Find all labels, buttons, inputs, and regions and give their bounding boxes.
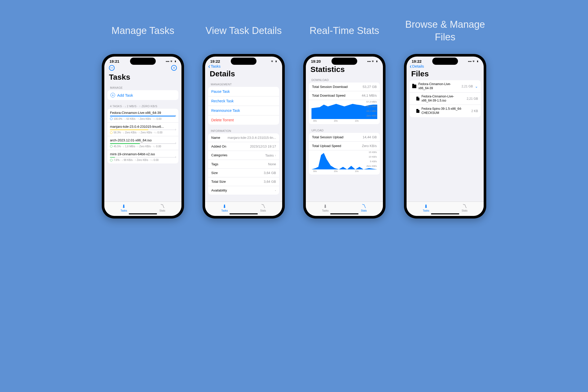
download-tray-icon: ⬇ <box>222 204 227 209</box>
stat-total-session-download: Total Session Download53,27 GB <box>309 83 380 91</box>
file-row[interactable]: Fedora-Cinnamon-Live-x86_64-39-1.5.iso 2… <box>410 93 481 105</box>
chevron-right-icon: › <box>175 155 176 159</box>
management-actions: Pause Task Recheck Task Reannounce Task … <box>208 87 279 125</box>
home-indicator[interactable] <box>330 213 359 214</box>
status-icons: ••• ᯤ ▮ <box>468 59 479 63</box>
task-list: Fedora-Cinnamon-Live-x86_64-39 100.0% · … <box>107 109 178 163</box>
info-row-tags: TagsNone <box>208 160 279 169</box>
upload-chart: 15 KB/s 10 KB/s 5 KB/s Zero KB/s 30s20s1… <box>309 150 380 175</box>
chevron-right-icon: › <box>175 127 176 131</box>
tab-stats[interactable]: 〽Stats <box>159 204 165 212</box>
tab-stats[interactable]: 〽Stats <box>462 204 467 212</box>
download-stats-card: Total Session Download53,27 GB Total Dow… <box>309 83 380 124</box>
information-list: Namemanjaro-kde-23.0.4-231015-lin... Add… <box>208 133 279 195</box>
recheck-task-button[interactable]: Recheck Task <box>208 96 279 106</box>
screen-files: 19:22 ••• ᯤ ▮ Details Files Fedora-Cinna… <box>407 57 484 216</box>
download-tray-icon: ⬇ <box>121 204 127 209</box>
showcase-col-4: Browse & Manage Files 19:22 ••• ᯤ ▮ Deta… <box>400 15 490 218</box>
tab-tasks[interactable]: ⬇Tasks <box>121 204 127 212</box>
phone-frame-3: 19:20 ••• ᯤ ▮ Statistics DOWNLOAD Total … <box>303 54 385 218</box>
folder-icon <box>412 85 416 88</box>
task-row[interactable]: mint-19-cinnamon-64bit-v2.iso 7.6% · ↓ 9… <box>107 150 178 164</box>
tab-tasks[interactable]: ⬇Tasks <box>322 204 329 212</box>
caption-4: Browse & Manage Files <box>400 15 490 46</box>
chart-icon: 〽 <box>462 204 467 209</box>
reannounce-task-button[interactable]: Reannounce Task <box>208 106 279 115</box>
chart-icon: 〽 <box>361 204 367 209</box>
filter-icon[interactable]: ≡ <box>171 65 177 71</box>
file-row[interactable]: Fedora-Spins-39-1.5-x86_64-CHECKSUM 2 KB <box>410 105 481 117</box>
info-row-categories[interactable]: CategoriesTasks› <box>208 151 279 160</box>
status-time: 19:22 <box>210 59 220 63</box>
management-section-label: MANAGEMENT <box>208 80 279 87</box>
status-icons: ••• ᯤ ▮ <box>166 59 176 63</box>
upload-stats-card: Total Session Upload14,44 GB Total Uploa… <box>309 133 380 175</box>
caption-3: Real-Time Stats <box>310 15 379 46</box>
phone-notch <box>130 58 156 65</box>
plus-icon: + <box>111 93 115 97</box>
download-chart: 57,3 MB/s 38,1 MB/s 19,1 MB/s Zero KB/s … <box>309 100 380 124</box>
chevron-down-icon[interactable]: ⌄ <box>475 84 478 88</box>
info-row-size: Size3,64 GB <box>208 169 279 177</box>
top-toolbar: ⋯ ≡ <box>107 64 178 72</box>
status-time: 19:22 <box>412 59 421 63</box>
stat-total-download-speed: Total Download Speed44,1 MB/s <box>309 91 380 100</box>
phone-frame-4: 19:22 ••• ᯤ ▮ Details Files Fedora-Cinna… <box>404 54 486 218</box>
download-tray-icon: ⬇ <box>423 204 429 209</box>
folder-row[interactable]: Fedora-Cinnamon-Live-x86_64-39 2,21 GB ⌄ <box>410 80 481 93</box>
delete-torrent-button[interactable]: Delete Torrent <box>208 115 279 125</box>
chevron-right-icon: › <box>275 153 276 157</box>
tab-tasks[interactable]: ⬇Tasks <box>423 204 429 212</box>
chevron-right-icon: › <box>175 141 176 145</box>
tasks-content: ⋯ ≡ Tasks MANAGE +Add Task 4 TASKS · ↓ 2… <box>104 64 181 202</box>
page-title: Files <box>410 68 481 80</box>
download-section-label: DOWNLOAD <box>309 76 380 83</box>
tasks-summary: 4 TASKS · ↓ 2 MB/S · ↑ ZERO KB/S <box>107 102 178 109</box>
upload-section-label: UPLOAD <box>309 126 380 133</box>
phone-notch <box>432 58 458 65</box>
manage-section-label: MANAGE <box>107 84 178 90</box>
status-time: 19:20 <box>311 59 321 63</box>
screen-stats: 19:20 ••• ᯤ ▮ Statistics DOWNLOAD Total … <box>306 57 383 216</box>
status-icons: ••• ᯤ ▮ <box>367 59 378 63</box>
download-tray-icon: ⬇ <box>323 204 328 209</box>
info-row-name: Namemanjaro-kde-23.0.4-231015-lin... <box>208 133 279 142</box>
file-icon <box>416 97 419 101</box>
status-icons: ᯤ ▮ <box>271 59 277 63</box>
home-indicator[interactable] <box>129 213 157 214</box>
home-indicator[interactable] <box>431 213 459 214</box>
tab-tasks[interactable]: ⬇Tasks <box>221 204 228 212</box>
chart-icon: 〽 <box>260 204 266 209</box>
phone-frame-1: 19:21 ••• ᯤ ▮ ⋯ ≡ Tasks MANAGE +Add Task… <box>102 54 184 218</box>
add-task-button[interactable]: +Add Task <box>107 90 178 100</box>
info-row-total-size: Total Size3,64 GB <box>208 177 279 186</box>
screen-details: 19:22 ᯤ ▮ Tasks Details MANAGEMENT Pause… <box>205 57 282 216</box>
more-icon[interactable]: ⋯ <box>109 65 115 71</box>
task-row[interactable]: Fedora-Cinnamon-Live-x86_64-39 100.0% · … <box>107 109 178 123</box>
showcase-col-1: Manage Tasks 19:21 ••• ᯤ ▮ ⋯ ≡ Tasks MAN… <box>98 15 188 218</box>
add-task-card: +Add Task <box>107 90 178 100</box>
caption-2: View Task Details <box>206 15 282 46</box>
phone-notch <box>231 58 256 65</box>
page-title: Tasks <box>107 72 178 84</box>
tab-stats[interactable]: 〽Stats <box>361 204 367 212</box>
showcase-col-2: View Task Details 19:22 ᯤ ▮ Tasks Detail… <box>198 15 289 218</box>
task-row[interactable]: arch-2023.12.01-x86_64.iso 45.5% · ↓ 1,8… <box>107 136 178 150</box>
file-icon <box>416 109 419 113</box>
task-row[interactable]: manjaro-kde-23.0.4-231015-linux6... 58.3… <box>107 123 178 136</box>
phone-notch <box>332 58 357 65</box>
showcase-col-3: Real-Time Stats 19:20 ••• ᯤ ▮ Statistics… <box>299 15 390 218</box>
pause-task-button[interactable]: Pause Task <box>208 87 279 96</box>
status-time: 19:21 <box>109 59 119 63</box>
phone-frame-2: 19:22 ᯤ ▮ Tasks Details MANAGEMENT Pause… <box>203 54 285 218</box>
info-row-added-on: Added On2023/12/13 19:17 <box>208 142 279 151</box>
screen-tasks: 19:21 ••• ᯤ ▮ ⋯ ≡ Tasks MANAGE +Add Task… <box>104 57 181 216</box>
home-indicator[interactable] <box>229 213 258 214</box>
chevron-right-icon: › <box>175 113 176 117</box>
tab-stats[interactable]: 〽Stats <box>260 204 266 212</box>
stat-total-upload-speed: Total Upload SpeedZero KB/s <box>309 142 380 150</box>
info-row-availability: Availability- <box>208 186 279 195</box>
files-content: Details Files Fedora-Cinnamon-Live-x86_6… <box>407 64 484 202</box>
stat-total-session-upload: Total Session Upload14,44 GB <box>309 133 380 142</box>
information-section-label: INFORMATION <box>208 127 279 133</box>
